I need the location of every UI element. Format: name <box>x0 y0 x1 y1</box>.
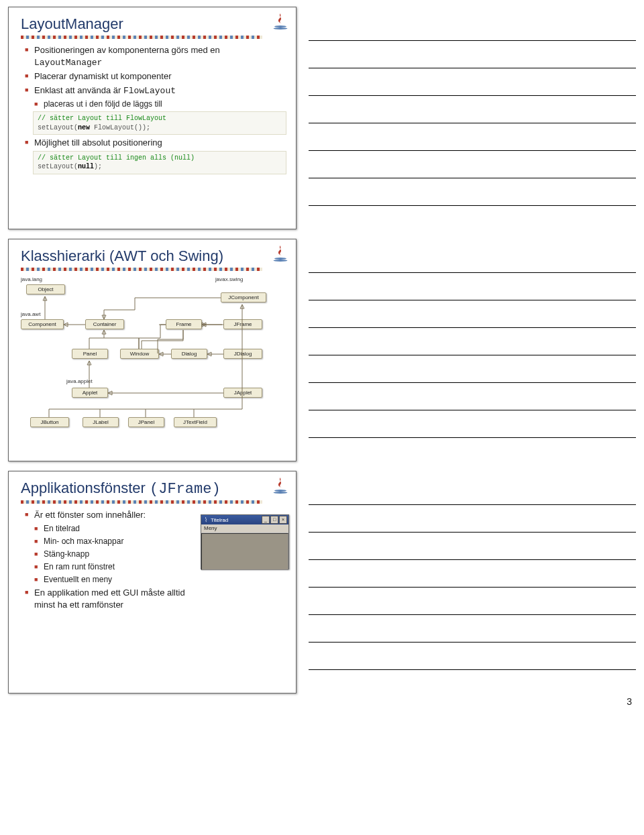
svg-point-3 <box>274 260 288 262</box>
note-line <box>309 355 636 383</box>
text-code: FlowLayout <box>123 86 176 96</box>
note-line <box>309 383 636 410</box>
note-line <box>309 123 636 151</box>
notes-area <box>309 239 636 461</box>
notes-area <box>309 7 636 229</box>
java-logo-icon <box>270 476 290 496</box>
class-diagram: java.lang javax.swing java.awt java.appl… <box>21 276 286 451</box>
text: Enklast att använda är <box>34 85 123 95</box>
slide-title: Klasshierarki (AWT och Swing) <box>21 247 286 265</box>
window-body <box>201 533 288 570</box>
maximize-icon: □ <box>270 516 278 524</box>
notes-area <box>309 471 636 693</box>
slide-title: LayoutManager <box>21 15 286 33</box>
code-block: // sätter Layout till FlowLayout setLayo… <box>33 111 286 135</box>
bullet-subitem: En titelrad <box>34 523 196 534</box>
window-controls: _ □ × <box>262 516 287 524</box>
window-title: Titelrad <box>203 516 228 523</box>
bullet-item: Är ett fönster som innehåller: <box>25 509 196 521</box>
slide-applikationsfonster: Applikationsfönster (JFrame) Är ett föns… <box>8 471 297 693</box>
page-number: 3 <box>0 696 644 712</box>
bullet-subitem: En ram runt fönstret <box>34 561 196 572</box>
slide-klasshierarki: Klasshierarki (AWT och Swing) java.lang … <box>8 239 297 461</box>
note-line <box>309 151 636 178</box>
bullet-subitem: Stäng-knapp <box>34 549 196 559</box>
bullet-item: Placerar dynamiskt ut komponenter <box>25 70 286 82</box>
note-line <box>309 615 636 643</box>
window-mock: Titelrad _ □ × Meny <box>201 514 289 569</box>
slide-layoutmanager: LayoutManager Positioneringen av kompone… <box>8 7 297 229</box>
text: Positioneringen av komponenterna görs me… <box>34 45 220 55</box>
note-line <box>309 505 636 533</box>
bullet-item: En applikation med ett GUI måste alltid … <box>25 587 196 610</box>
svg-point-0 <box>274 25 286 27</box>
note-line <box>309 410 636 438</box>
bullet-subitem: Min- och max-knappar <box>34 536 196 547</box>
note-line <box>309 560 636 588</box>
bullet-item: Möjlighet till absolut positionering <box>25 137 286 149</box>
note-line <box>309 178 636 206</box>
note-line <box>309 13 636 41</box>
note-line <box>309 41 636 68</box>
bullet-item: Enklast att använda är FlowLayout <box>25 85 286 97</box>
window-menubar: Meny <box>201 524 288 533</box>
java-logo-icon <box>270 243 290 264</box>
title-underline <box>21 36 262 39</box>
bullet-item: Positioneringen av komponenterna görs me… <box>25 44 286 68</box>
title-underline <box>21 500 262 504</box>
title-underline <box>21 268 262 271</box>
svg-point-1 <box>274 27 288 30</box>
svg-point-19 <box>274 492 288 494</box>
diagram-arrows <box>21 276 289 451</box>
slide-title: Applikationsfönster (JFrame) <box>21 480 286 498</box>
title-code: (JFrame) <box>150 481 221 498</box>
text-code: LayoutManager <box>34 58 102 68</box>
bullet-subitem: placeras ut i den följd de läggs till <box>34 99 286 109</box>
code-block: // sätter Layout till ingen alls (null) … <box>33 151 286 174</box>
java-cup-icon <box>203 516 209 523</box>
note-line <box>309 533 636 560</box>
note-line <box>309 273 636 300</box>
bullet-subitem: Eventuellt en meny <box>34 574 196 585</box>
note-line <box>309 96 636 123</box>
window-title-text: Titelrad <box>211 517 228 523</box>
java-logo-icon <box>270 11 290 32</box>
note-line <box>309 328 636 355</box>
note-line <box>309 245 636 273</box>
title-text: Applikationsfönster <box>21 480 150 496</box>
note-line <box>309 478 636 505</box>
close-icon: × <box>279 516 287 524</box>
minimize-icon: _ <box>262 516 270 524</box>
note-line <box>309 68 636 96</box>
note-line <box>309 643 636 670</box>
note-line <box>309 588 636 615</box>
svg-point-2 <box>274 258 286 260</box>
note-line <box>309 300 636 328</box>
window-titlebar: Titelrad _ □ × <box>201 515 288 524</box>
svg-point-18 <box>274 490 286 492</box>
